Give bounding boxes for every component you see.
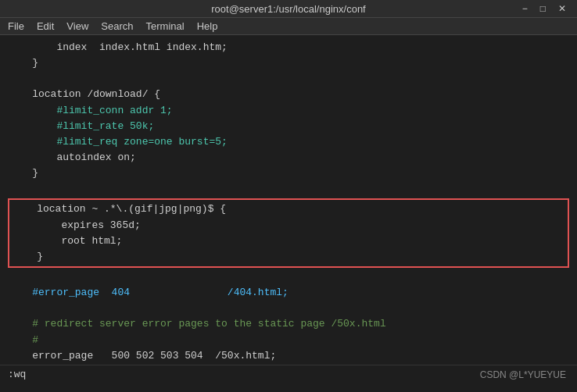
line-19: # <box>8 333 569 348</box>
line-11: location ~ .*\.(gif|jpg|png)$ { <box>13 201 564 217</box>
line-14: } <box>13 249 564 265</box>
line-2: } <box>8 55 569 71</box>
line-1: index index.html index.htm; <box>8 40 569 55</box>
line-10 <box>8 181 569 197</box>
line-12: expires 365d; <box>13 218 564 233</box>
line-16: #error_page 404 /404.html; <box>8 285 569 301</box>
menu-file[interactable]: File <box>8 20 24 32</box>
line-15 <box>8 269 569 285</box>
maximize-button[interactable]: □ <box>537 3 549 14</box>
menu-help[interactable]: Help <box>197 20 218 32</box>
line-7: #limit_req zone=one burst=5; <box>8 134 569 150</box>
line-20: error_page 500 502 503 504 /50x.html; <box>8 348 569 364</box>
menu-edit[interactable]: Edit <box>37 20 54 32</box>
menu-search[interactable]: Search <box>101 20 133 32</box>
status-bar: :wq CSDN @L*YUEYUE <box>0 365 577 383</box>
line-3 <box>8 71 569 87</box>
close-button[interactable]: ✕ <box>555 3 569 14</box>
menu-view[interactable]: View <box>66 20 88 32</box>
vim-command: :wq <box>8 369 26 380</box>
line-8: autoindex on; <box>8 150 569 166</box>
line-5: #limit_conn addr 1; <box>8 103 569 119</box>
line-17 <box>8 301 569 316</box>
line-9: } <box>8 166 569 181</box>
editor-area: index index.html index.htm; } location /… <box>0 35 577 365</box>
window-title: root@server1:/usr/local/nginx/conf <box>211 3 365 15</box>
highlighted-location-block: location ~ .*\.(gif|jpg|png)$ { expires … <box>8 198 569 268</box>
line-13: root html; <box>13 233 564 249</box>
line-4: location /download/ { <box>8 87 569 102</box>
watermark: CSDN @L*YUEYUE <box>480 369 566 380</box>
line-6: #limit_rate 50k; <box>8 119 569 134</box>
menu-bar: File Edit View Search Terminal Help <box>0 18 577 35</box>
window-controls: − □ ✕ <box>519 3 569 14</box>
minimize-button[interactable]: − <box>519 3 531 14</box>
line-18: # redirect server error pages to the sta… <box>8 316 569 332</box>
title-bar: root@server1:/usr/local/nginx/conf − □ ✕ <box>0 0 577 18</box>
menu-terminal[interactable]: Terminal <box>146 20 185 32</box>
